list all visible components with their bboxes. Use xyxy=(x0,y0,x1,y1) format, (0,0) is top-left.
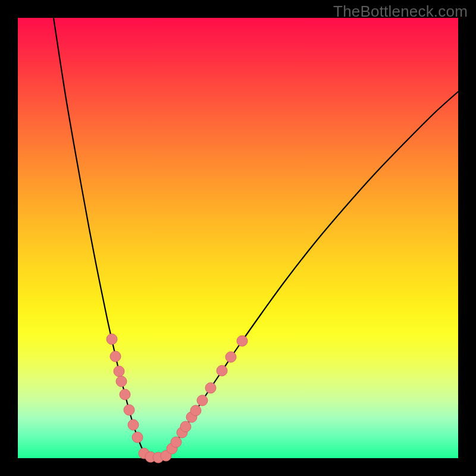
data-dot xyxy=(128,419,139,430)
watermark-label: TheBottleneck.com xyxy=(333,2,468,21)
data-dot xyxy=(110,351,121,362)
data-dot xyxy=(107,334,117,345)
data-dot xyxy=(171,437,181,447)
data-dot xyxy=(190,405,201,416)
data-dot xyxy=(226,352,236,362)
data-dot xyxy=(180,421,191,432)
right-curve-path xyxy=(169,92,458,453)
data-dot xyxy=(116,376,127,387)
curve-group xyxy=(54,18,458,458)
data-dot xyxy=(237,336,248,346)
data-dot xyxy=(132,432,143,443)
data-dot xyxy=(120,389,130,400)
chart-frame: TheBottleneck.com xyxy=(0,0,476,476)
left-curve-path xyxy=(54,18,145,455)
curve-svg xyxy=(18,18,458,458)
dots-group xyxy=(107,334,248,463)
data-dot xyxy=(114,366,124,377)
data-dot xyxy=(124,405,134,415)
data-dot xyxy=(205,383,216,393)
data-dot xyxy=(197,395,208,406)
data-dot xyxy=(217,365,227,376)
